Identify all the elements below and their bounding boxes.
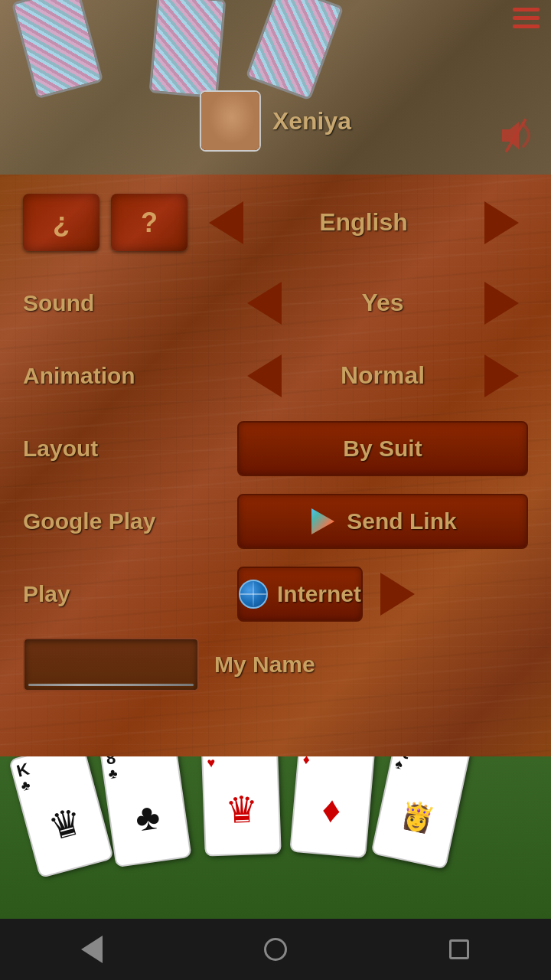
animation-arrow-control: Normal xyxy=(237,351,528,400)
myname-row: My Name xyxy=(23,638,528,691)
sound-label: Sound xyxy=(23,290,237,316)
send-link-label: Send Link xyxy=(347,508,456,534)
internet-button[interactable]: Internet xyxy=(237,567,363,622)
nav-recent-icon xyxy=(449,939,469,959)
menu-button[interactable] xyxy=(513,8,540,28)
play-label: Play xyxy=(23,581,237,607)
animation-control: Normal xyxy=(237,351,528,400)
language-prev-button[interactable] xyxy=(199,198,253,247)
sound-next-icon xyxy=(484,282,519,325)
sound-row: Sound Yes xyxy=(23,274,528,332)
language-value: English xyxy=(253,208,474,237)
player-info: Xeniya xyxy=(200,90,351,152)
sound-control: Yes xyxy=(237,278,528,328)
settings-content: ¿ ? English Sound Yes xyxy=(23,194,528,691)
internet-next-button[interactable] xyxy=(370,569,424,619)
sound-prev-button[interactable] xyxy=(237,278,291,328)
language-next-button[interactable] xyxy=(474,198,528,247)
help-button-2[interactable]: ? xyxy=(111,194,187,251)
play-row: Play Internet xyxy=(23,565,528,622)
avatar xyxy=(200,90,261,152)
svg-marker-1 xyxy=(311,508,334,534)
google-play-label: Google Play xyxy=(23,508,237,534)
language-prev-icon xyxy=(209,201,243,244)
nav-back-icon xyxy=(81,936,103,963)
menu-bar-3 xyxy=(513,24,540,28)
card-back-2 xyxy=(149,0,227,99)
nav-home-icon xyxy=(264,938,287,961)
animation-value: Normal xyxy=(291,361,474,390)
top-buttons-row: ¿ ? English xyxy=(23,194,528,251)
play-control: Internet xyxy=(237,567,528,622)
animation-next-icon xyxy=(484,354,519,397)
animation-prev-button[interactable] xyxy=(237,351,291,400)
layout-label: Layout xyxy=(23,436,237,462)
google-play-control: Send Link xyxy=(237,494,528,549)
player-name: Xeniya xyxy=(272,107,351,136)
layout-control: By Suit xyxy=(237,421,528,476)
sound-value: Yes xyxy=(291,289,474,317)
globe-icon xyxy=(239,580,268,609)
nav-recent-button[interactable] xyxy=(436,926,482,972)
nav-back-button[interactable] xyxy=(69,926,115,972)
layout-row: Layout By Suit xyxy=(23,420,528,477)
animation-label: Animation xyxy=(23,363,237,389)
language-control: English xyxy=(199,198,528,247)
sound-icon[interactable] xyxy=(496,119,536,160)
avatar-image xyxy=(201,90,259,152)
menu-bar-1 xyxy=(513,8,540,11)
send-link-button[interactable]: Send Link xyxy=(237,494,528,549)
internet-label: Internet xyxy=(277,581,361,607)
myname-label: My Name xyxy=(214,652,315,678)
google-play-icon xyxy=(308,507,337,536)
animation-prev-icon xyxy=(247,354,282,397)
card-king-clubs: K ♣ ♛ xyxy=(8,740,114,878)
animation-row: Animation Normal xyxy=(23,347,528,404)
name-input[interactable] xyxy=(23,638,199,691)
menu-bar-2 xyxy=(513,16,540,20)
nav-bar xyxy=(0,919,551,980)
internet-next-icon xyxy=(380,573,415,616)
language-next-icon xyxy=(484,201,519,244)
nav-home-button[interactable] xyxy=(253,926,298,972)
google-play-row: Google Play xyxy=(23,492,528,550)
animation-next-button[interactable] xyxy=(474,351,528,400)
internet-row: Internet xyxy=(237,567,424,622)
help-button-1[interactable]: ¿ xyxy=(23,194,99,251)
sound-prev-icon xyxy=(247,282,282,325)
settings-panel: ¿ ? English Sound Yes xyxy=(0,175,551,756)
sound-next-button[interactable] xyxy=(474,278,528,328)
layout-button[interactable]: By Suit xyxy=(237,421,528,476)
sound-arrow-control: Yes xyxy=(237,278,528,328)
